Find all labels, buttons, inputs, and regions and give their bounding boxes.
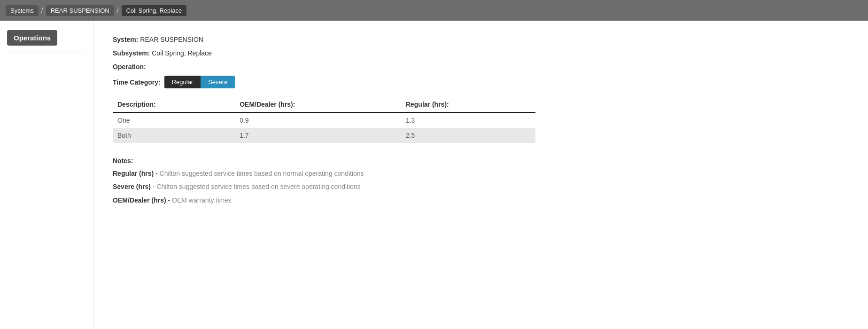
cell-oem-dealer: 1.7 [235, 128, 401, 143]
breadcrumb-bar: Systems / REAR SUSPENSION / Coil Spring,… [0, 0, 868, 21]
col-oem-dealer: OEM/Dealer (hrs): [235, 98, 401, 112]
content-panel: System: REAR SUSPENSION Subsystem: Coil … [94, 21, 868, 329]
table-row: One0.91.3 [113, 112, 535, 128]
subsystem-row: Subsystem: Coil Spring, Replace [113, 48, 849, 58]
system-label: System: [113, 36, 138, 43]
table-header-row: Description: OEM/Dealer (hrs): Regular (… [113, 98, 535, 112]
subsystem-label: Subsystem: [113, 49, 150, 57]
breadcrumb-coil-spring[interactable]: Coil Spring, Replace [122, 5, 187, 16]
btn-severe[interactable]: Severe [201, 76, 235, 88]
labor-table: Description: OEM/Dealer (hrs): Regular (… [113, 98, 535, 143]
table-row: Both1.72.5 [113, 128, 535, 143]
table-header: Description: OEM/Dealer (hrs): Regular (… [113, 98, 535, 112]
note-text: Chilton suggested service times based on… [160, 170, 364, 177]
time-category-row: Time Category: Regular Severe [113, 76, 849, 88]
operations-badge: Operations [7, 30, 57, 46]
subsystem-value: Coil Spring, Replace [152, 49, 212, 57]
sidebar: Operations [0, 21, 94, 329]
note-item: Severe (hrs) - Chilton suggested service… [113, 181, 849, 192]
breadcrumb-systems[interactable]: Systems [6, 5, 39, 16]
note-bold-label: OEM/Dealer (hrs) [113, 196, 166, 204]
operation-row: Operation: [113, 62, 849, 72]
cell-description: Both [113, 128, 235, 143]
col-description: Description: [113, 98, 235, 112]
system-row: System: REAR SUSPENSION [113, 35, 849, 45]
operation-label: Operation: [113, 63, 146, 70]
note-item: Regular (hrs) - Chilton suggested servic… [113, 168, 849, 179]
cell-description: One [113, 112, 235, 128]
note-separator: - [154, 170, 159, 177]
notes-section: Notes: Regular (hrs) - Chilton suggested… [113, 157, 849, 205]
notes-list: Regular (hrs) - Chilton suggested servic… [113, 168, 849, 205]
note-text: OEM warranty times [172, 196, 232, 204]
breadcrumb-rear-suspension[interactable]: REAR SUSPENSION [46, 5, 114, 16]
cell-regular: 1.3 [401, 112, 535, 128]
breadcrumb-separator-2: / [117, 7, 119, 14]
sidebar-divider [7, 53, 86, 53]
note-separator: - [151, 183, 156, 190]
time-category-label: Time Category: [113, 78, 161, 86]
breadcrumb-separator-1: / [41, 7, 43, 14]
note-text: Chilton suggested service times based on… [156, 183, 360, 190]
cell-oem-dealer: 0.9 [235, 112, 401, 128]
system-value: REAR SUSPENSION [140, 36, 203, 43]
table-body: One0.91.3Both1.72.5 [113, 112, 535, 143]
note-item: OEM/Dealer (hrs) - OEM warranty times [113, 195, 849, 205]
note-separator: - [166, 196, 172, 204]
info-section: System: REAR SUSPENSION Subsystem: Coil … [113, 35, 849, 88]
notes-title: Notes: [113, 157, 849, 164]
cell-regular: 2.5 [401, 128, 535, 143]
btn-regular[interactable]: Regular [164, 76, 201, 88]
note-bold-label: Regular (hrs) [113, 170, 154, 177]
note-bold-label: Severe (hrs) [113, 183, 151, 190]
main-content: Operations System: REAR SUSPENSION Subsy… [0, 21, 868, 329]
col-regular: Regular (hrs): [401, 98, 535, 112]
